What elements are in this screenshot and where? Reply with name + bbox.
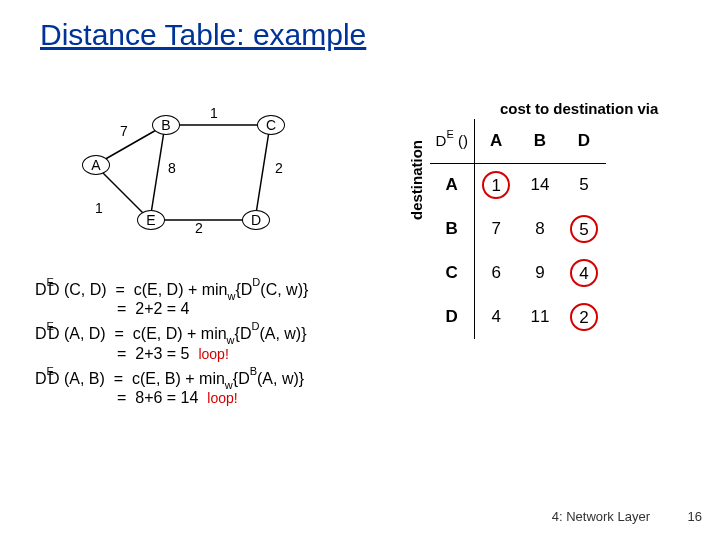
distance-table: cost to destination via destination DE (… [430, 100, 658, 339]
loop-note: loop! [207, 390, 237, 406]
table-row: D 4 11 2 [430, 295, 606, 339]
row-head: B [430, 207, 474, 251]
equation-2: DED (A, D) = c(E, D) + minw{DD(A, w)} = … [35, 324, 308, 362]
table-row: C 6 9 4 [430, 251, 606, 295]
row-axis-label: destination [408, 140, 425, 220]
edge-weight-bc: 1 [210, 105, 218, 121]
cell: 4 [474, 295, 518, 339]
cell-min: 2 [570, 303, 598, 331]
cell-min: 4 [570, 259, 598, 287]
col-head: B [518, 119, 562, 163]
table-caption: cost to destination via [500, 100, 658, 117]
row-head: A [430, 163, 474, 207]
table-row: A 1 14 5 [430, 163, 606, 207]
node-c: C [257, 115, 285, 135]
edge-weight-ae: 1 [95, 200, 103, 216]
cell-min: 1 [482, 171, 510, 199]
row-head: C [430, 251, 474, 295]
footer-chapter: 4: Network Layer [552, 509, 650, 524]
node-a: A [82, 155, 110, 175]
equations-block: DED (C, D) = c(E, D) + minw{DD(C, w)} = … [35, 280, 308, 413]
node-e: E [137, 210, 165, 230]
table-corner: DE () [430, 119, 474, 163]
equation-3: DED (A, B) = c(E, B) + minw{DB(A, w)} = … [35, 369, 308, 407]
loop-note: loop! [198, 346, 228, 362]
cell: 14 [518, 163, 562, 207]
node-b: B [152, 115, 180, 135]
equation-1: DED (C, D) = c(E, D) + minw{DD(C, w)} = … [35, 280, 308, 318]
edge-weight-ed: 2 [195, 220, 203, 236]
col-head: D [562, 119, 606, 163]
edge-weight-ab: 7 [120, 123, 128, 139]
cell-min: 5 [570, 215, 598, 243]
col-head: A [474, 119, 518, 163]
graph-edges [80, 105, 340, 255]
page-title: Distance Table: example [40, 18, 366, 52]
edge-weight-be: 8 [168, 160, 176, 176]
edge-weight-cd: 2 [275, 160, 283, 176]
svg-line-3 [150, 125, 165, 220]
cell: 6 [474, 251, 518, 295]
row-head: D [430, 295, 474, 339]
cell: 7 [474, 207, 518, 251]
page-number: 16 [688, 509, 702, 524]
table-row: B 7 8 5 [430, 207, 606, 251]
distance-table-grid: DE () A B D A 1 14 5 B 7 8 5 C 6 9 4 D 4… [430, 119, 606, 339]
svg-line-4 [255, 125, 270, 220]
cell: 11 [518, 295, 562, 339]
cell: 5 [562, 163, 606, 207]
node-d: D [242, 210, 270, 230]
cell: 8 [518, 207, 562, 251]
cell: 9 [518, 251, 562, 295]
network-graph: A B C D E 7 1 1 8 2 2 [80, 105, 340, 255]
